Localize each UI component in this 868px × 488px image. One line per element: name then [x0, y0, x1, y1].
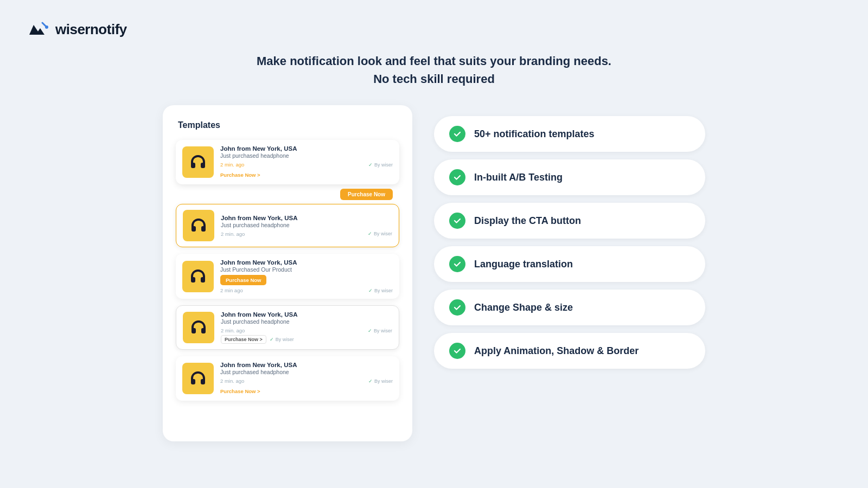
header: wisernotify: [0, 0, 868, 41]
notification-card-2: John from New York, USA Just purchased h…: [176, 204, 399, 247]
check-icon-3: [449, 213, 465, 229]
notif-body-3: John from New York, USA Just Purchased O…: [220, 259, 393, 293]
headphone-icon-5: [187, 367, 209, 390]
feature-label-6: Apply Animation, Shadow & Border: [474, 345, 639, 357]
logo-icon: [26, 17, 50, 41]
notif-desc-4: Just purchased headphone: [221, 318, 392, 325]
templates-title: Templates: [176, 120, 399, 130]
feature-label-4: Language translation: [474, 259, 573, 270]
by-wiser-4b: ✓ By wiser: [270, 337, 294, 342]
avatar-4: [183, 312, 214, 343]
notif-footer-3: 2 min ago ✓ By wiser: [220, 287, 393, 293]
notif-time-1: 2 min. ago: [220, 162, 244, 168]
feature-item-3: Display the CTA button: [434, 203, 705, 239]
feature-label-2: In-built A/B Testing: [474, 172, 563, 183]
notif-time-5: 2 min. ago: [220, 378, 244, 384]
check-icon-1: [449, 126, 465, 142]
notif-time-4: 2 min. ago: [221, 328, 245, 333]
inline-cta-button[interactable]: Purchase Now: [220, 275, 266, 285]
hero-section: Make notification look and feel that sui…: [0, 52, 868, 88]
feature-item-5: Change Shape & size: [434, 290, 705, 325]
notif-body-5: John from New York, USA Just purchased h…: [220, 362, 393, 395]
by-wiser-5: ✓ By wiser: [368, 378, 393, 384]
notif-footer-1: 2 min. ago ✓ By wiser: [220, 162, 393, 168]
notif-name-5: John from New York, USA: [220, 362, 393, 368]
purchase-link-1[interactable]: Purchase Now >: [220, 172, 260, 178]
hero-headline: Make notification look and feel that sui…: [0, 52, 868, 88]
notif-name-2: John from New York, USA: [221, 215, 392, 221]
check-icon-4: [449, 256, 465, 272]
headphone-icon-2: [187, 214, 210, 237]
notif-desc-5: Just purchased headphone: [220, 369, 393, 375]
notif-footer-2: 2 min. ago ✓ By wiser: [221, 231, 392, 237]
notif-desc-3: Just Purchased Our Product: [220, 266, 393, 273]
feature-label-3: Display the CTA button: [474, 215, 581, 227]
notif-body-1: John from New York, USA Just purchased h…: [220, 145, 393, 179]
notif-footer-5: 2 min. ago ✓ By wiser: [220, 378, 393, 384]
notification-card-5: John from New York, USA Just purchased h…: [176, 356, 399, 401]
by-wiser-3: ✓ By wiser: [368, 288, 393, 293]
main-content: Templates John from New York, USA Just p…: [0, 105, 868, 441]
notification-card-4: John from New York, USA Just purchased h…: [176, 305, 399, 350]
check-icon-6: [449, 343, 465, 359]
notification-card-1: John from New York, USA Just purchased h…: [176, 140, 399, 184]
notif-name-3: John from New York, USA: [220, 259, 393, 266]
check-icon-5: [449, 299, 465, 316]
notif-name-1: John from New York, USA: [220, 145, 393, 152]
svg-point-0: [45, 25, 48, 29]
by-wiser-4: ✓ By wiser: [368, 328, 392, 333]
notif-cta-row-1: Purchase Now >: [220, 169, 393, 179]
purchase-link-4[interactable]: Purchase Now >: [221, 335, 266, 344]
purchase-row-4: Purchase Now > ✓ By wiser: [221, 335, 392, 344]
templates-panel: Templates John from New York, USA Just p…: [163, 105, 412, 441]
avatar-3: [182, 261, 214, 292]
notification-card-3: John from New York, USA Just Purchased O…: [176, 254, 399, 299]
notif-desc-2: Just purchased headphone: [221, 222, 392, 228]
by-wiser-2: ✓ By wiser: [368, 231, 392, 236]
feature-item-1: 50+ notification templates: [434, 116, 705, 152]
avatar-2: [183, 210, 214, 241]
feature-item-4: Language translation: [434, 246, 705, 282]
purchase-link-5[interactable]: Purchase Now >: [220, 388, 260, 394]
notif-time-3: 2 min ago: [220, 287, 243, 293]
feature-item-2: In-built A/B Testing: [434, 159, 705, 195]
notification-card-2-wrapper: Purchase Now John from New York, USA Jus…: [176, 204, 399, 247]
feature-item-6: Apply Animation, Shadow & Border: [434, 333, 705, 369]
notif-desc-1: Just purchased headphone: [220, 152, 393, 159]
avatar-1: [182, 146, 214, 178]
notif-body-4: John from New York, USA Just purchased h…: [221, 311, 392, 344]
headphone-icon-4: [187, 316, 210, 339]
notif-body-2: John from New York, USA Just purchased h…: [221, 215, 392, 237]
notif-time-2: 2 min. ago: [221, 231, 245, 237]
by-wiser-1: ✓ By wiser: [368, 162, 393, 168]
notif-name-4: John from New York, USA: [221, 311, 392, 318]
headphone-icon-3: [187, 265, 209, 288]
feature-label-5: Change Shape & size: [474, 302, 573, 313]
headphone-icon-1: [187, 151, 209, 174]
check-icon-2: [449, 169, 465, 185]
features-panel: 50+ notification templates In-built A/B …: [434, 105, 705, 369]
notif-footer-4: 2 min. ago ✓ By wiser: [221, 328, 392, 333]
logo-text: wisernotify: [55, 21, 127, 38]
feature-label-1: 50+ notification templates: [474, 129, 595, 140]
purchase-row-5: Purchase Now >: [220, 386, 393, 395]
avatar-5: [182, 363, 214, 394]
floating-cta-button[interactable]: Purchase Now: [340, 189, 393, 200]
